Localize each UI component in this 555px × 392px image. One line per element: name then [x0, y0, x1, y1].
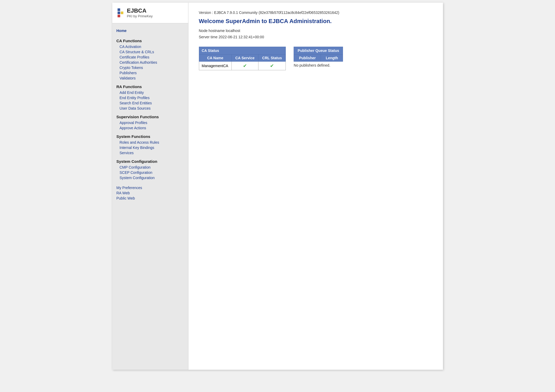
logo-title: EJBCA [127, 7, 153, 14]
publisher-queue-table: Publisher Queue Status Publisher Length [294, 47, 343, 62]
sidebar-item-my-preferences[interactable]: My Preferences [117, 185, 184, 190]
sidebar: EJBCA PKI by PrimeKey Home CA Functions … [112, 3, 188, 370]
tables-row: CA Status CA Name CA Service CRL Status … [199, 47, 432, 70]
ca-status-main-header: CA Status [199, 47, 286, 54]
main-content: Version : EJBCA 7.9.0.1 Community (82e37… [188, 3, 443, 370]
sidebar-item-ca-structure-crls[interactable]: CA Structure & CRLs [117, 49, 184, 55]
section-title-ca-functions: CA Functions [117, 39, 184, 43]
crl-status-cell: ✔ [258, 61, 286, 70]
publisher-queue-section: Publisher Queue Status Publisher Length … [294, 47, 343, 67]
ca-col-service: CA Service [231, 54, 258, 61]
logo-icon [118, 8, 124, 17]
sidebar-item-crypto-tokens[interactable]: Crypto Tokens [117, 65, 184, 70]
sidebar-item-scep-configuration[interactable]: SCEP Configuration [117, 170, 184, 175]
table-row: ManagementCA ✔ ✔ [199, 61, 286, 70]
no-publishers-label: No publishers defined. [294, 62, 343, 67]
section-title-supervision-functions: Supervision Functions [117, 115, 184, 119]
sidebar-item-certification-authorities[interactable]: Certification Authorities [117, 60, 184, 65]
ca-status-table: CA Status CA Name CA Service CRL Status … [199, 47, 286, 70]
sidebar-nav: Home CA Functions CA Activation CA Struc… [112, 28, 188, 201]
sidebar-item-ra-web[interactable]: RA Web [117, 190, 184, 196]
sidebar-item-add-end-entity[interactable]: Add End Entity [117, 90, 184, 95]
sidebar-item-internal-key-bindings[interactable]: Internal Key Bindings [117, 145, 184, 150]
logo-area: EJBCA PKI by PrimeKey [112, 3, 188, 23]
checkmark-icon: ✔ [270, 63, 274, 68]
sidebar-item-validators[interactable]: Validators [117, 76, 184, 81]
node-info: Node hostname localhost Server time 2022… [199, 28, 432, 40]
sidebar-item-cmp-configuration[interactable]: CMP Configuration [117, 165, 184, 170]
publisher-col-length: Length [321, 54, 343, 61]
node-hostname: Node hostname localhost [199, 28, 432, 34]
sidebar-item-system-configuration[interactable]: System Configuration [117, 175, 184, 180]
sidebar-item-approve-actions[interactable]: Approve Actions [117, 125, 184, 131]
version-line: Version : EJBCA 7.9.0.1 Community (82e37… [199, 10, 432, 15]
sidebar-item-end-entity-profiles[interactable]: End Entity Profiles [117, 95, 184, 100]
ca-col-name: CA Name [199, 54, 231, 61]
sidebar-item-public-web[interactable]: Public Web [117, 196, 184, 201]
sidebar-item-publishers[interactable]: Publishers [117, 70, 184, 76]
ca-name-cell: ManagementCA [199, 61, 231, 70]
ca-col-crl-status: CRL Status [258, 54, 286, 61]
sidebar-item-search-end-entities[interactable]: Search End Entities [117, 100, 184, 106]
sidebar-item-roles-access-rules[interactable]: Roles and Access Rules [117, 140, 184, 145]
publisher-col-publisher: Publisher [294, 54, 321, 61]
logo-text: EJBCA PKI by PrimeKey [127, 7, 153, 18]
section-title-system-functions: System Functions [117, 134, 184, 139]
section-title-system-configuration: System Configuration [117, 159, 184, 164]
sidebar-item-services[interactable]: Services [117, 150, 184, 155]
sidebar-item-approval-profiles[interactable]: Approval Profiles [117, 120, 184, 125]
sidebar-item-certificate-profiles[interactable]: Certificate Profiles [117, 55, 184, 60]
sidebar-item-user-data-sources[interactable]: User Data Sources [117, 106, 184, 111]
sidebar-item-ca-activation[interactable]: CA Activation [117, 44, 184, 49]
server-time: Server time 2022-06-21 12:32:41+00:00 [199, 34, 432, 40]
welcome-heading: Welcome SuperAdmin to EJBCA Administrati… [199, 18, 432, 25]
section-title-ra-functions: RA Functions [117, 84, 184, 89]
checkmark-icon: ✔ [243, 63, 247, 68]
sidebar-item-home[interactable]: Home [117, 28, 184, 35]
ca-service-cell: ✔ [231, 61, 258, 70]
logo-subtitle: PKI by PrimeKey [127, 14, 153, 18]
publisher-main-header: Publisher Queue Status [294, 47, 343, 54]
